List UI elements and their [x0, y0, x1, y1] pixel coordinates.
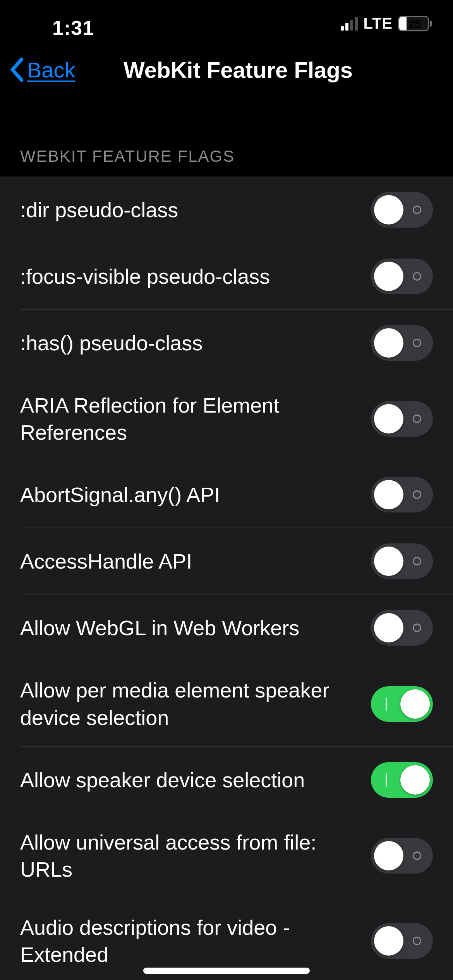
- toggle-off-indicator: [413, 272, 421, 281]
- flag-toggle[interactable]: [371, 686, 433, 722]
- nav-bar: Back WebKit Feature Flags: [0, 39, 453, 101]
- flag-label: Audio descriptions for video - Extended: [20, 914, 371, 968]
- toggle-off-indicator: [413, 937, 421, 945]
- flag-toggle[interactable]: [371, 838, 433, 874]
- flag-toggle[interactable]: [371, 259, 433, 294]
- home-indicator[interactable]: [143, 968, 310, 974]
- toggle-knob: [374, 195, 403, 224]
- flag-label: ARIA Reflection for Element References: [20, 392, 371, 446]
- flag-label: AccessHandle API: [20, 548, 371, 575]
- toggle-knob: [374, 926, 403, 956]
- toggle-knob: [400, 765, 430, 795]
- status-bar: 1:31 LTE 25: [0, 0, 453, 39]
- toggle-knob: [374, 404, 403, 433]
- flag-label: Allow speaker device selection: [20, 766, 371, 793]
- flag-label: :dir pseudo-class: [20, 196, 371, 223]
- back-button[interactable]: Back: [9, 57, 76, 82]
- battery-icon: 25: [398, 16, 432, 31]
- toggle-off-indicator: [413, 339, 421, 347]
- flag-toggle[interactable]: [371, 923, 433, 959]
- flag-row: Allow universal access from file: URLs: [0, 813, 453, 898]
- flag-row: Allow per media element speaker device s…: [0, 661, 453, 746]
- toggle-knob: [374, 547, 403, 576]
- flag-row: :has() pseudo-class: [0, 310, 453, 376]
- flag-toggle[interactable]: [371, 401, 433, 437]
- flag-toggle[interactable]: [371, 543, 433, 579]
- toggle-on-indicator: [386, 773, 387, 786]
- flag-label: Allow universal access from file: URLs: [20, 829, 371, 883]
- toggle-off-indicator: [413, 557, 421, 565]
- toggle-on-indicator: [386, 697, 387, 711]
- toggle-knob: [374, 613, 403, 642]
- flags-list: :dir pseudo-class:focus-visible pseudo-c…: [0, 176, 453, 980]
- flag-row: Allow speaker device selection: [0, 747, 453, 813]
- cellular-signal-icon: [341, 17, 358, 31]
- flag-row: AbortSignal.any() API: [0, 461, 453, 528]
- network-type: LTE: [363, 15, 393, 32]
- flag-toggle[interactable]: [371, 192, 433, 228]
- flag-label: AbortSignal.any() API: [20, 481, 371, 508]
- battery-percentage: 25: [399, 18, 429, 31]
- section-header: WEBKIT FEATURE FLAGS: [0, 101, 453, 176]
- status-right: LTE 25: [341, 15, 432, 32]
- toggle-off-indicator: [413, 415, 421, 423]
- status-time: 1:31: [52, 16, 94, 39]
- flag-toggle[interactable]: [371, 610, 433, 646]
- toggle-knob: [374, 480, 403, 509]
- flag-toggle[interactable]: [371, 477, 433, 512]
- back-label: Back: [27, 57, 76, 82]
- flag-row: ARIA Reflection for Element References: [0, 376, 453, 461]
- toggle-knob: [374, 262, 403, 291]
- flag-label: :focus-visible pseudo-class: [20, 263, 371, 290]
- chevron-left-icon: [9, 57, 25, 82]
- flag-label: Allow WebGL in Web Workers: [20, 614, 371, 641]
- toggle-off-indicator: [413, 490, 421, 499]
- flag-row: :focus-visible pseudo-class: [0, 243, 453, 310]
- flag-toggle[interactable]: [371, 762, 433, 798]
- flag-row: Allow WebGL in Web Workers: [0, 595, 453, 661]
- toggle-knob: [374, 328, 403, 358]
- flag-label: :has() pseudo-class: [20, 329, 371, 356]
- toggle-off-indicator: [413, 624, 421, 632]
- flag-row: :dir pseudo-class: [0, 176, 453, 243]
- flag-label: Allow per media element speaker device s…: [20, 677, 371, 731]
- toggle-off-indicator: [413, 206, 421, 214]
- toggle-knob: [400, 689, 430, 719]
- toggle-knob: [374, 841, 403, 870]
- toggle-off-indicator: [413, 852, 421, 860]
- flag-toggle[interactable]: [371, 325, 433, 361]
- flag-row: AccessHandle API: [0, 528, 453, 595]
